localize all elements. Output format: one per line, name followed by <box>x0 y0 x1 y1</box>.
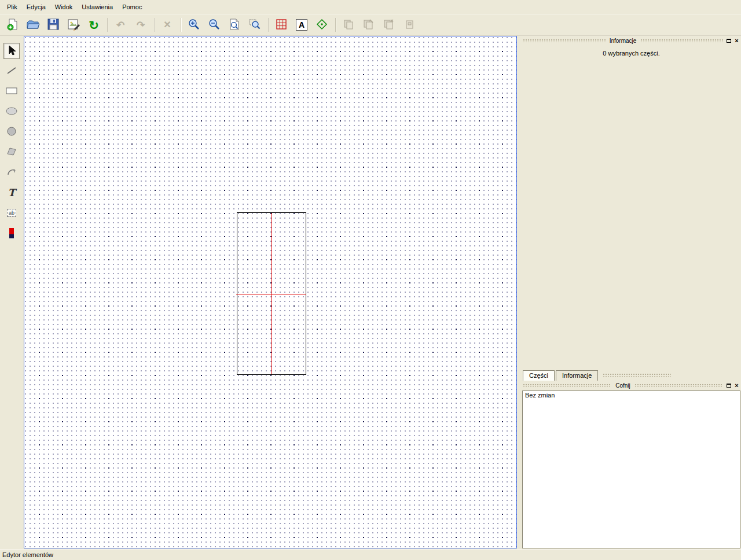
info-panel-header[interactable]: Informacje × <box>522 36 741 45</box>
zoom-in-button[interactable] <box>186 17 202 33</box>
duplicate-part-button[interactable] <box>401 17 417 33</box>
toolbar-separator <box>181 18 181 32</box>
toolbar-separator <box>154 18 155 32</box>
polygon-tool-button[interactable] <box>3 144 20 160</box>
toolbar-separator <box>335 18 336 32</box>
panel-grip <box>523 39 606 42</box>
zoom-region-button[interactable] <box>247 17 263 33</box>
drawn-rectangle[interactable] <box>237 212 306 375</box>
save-as-icon <box>67 18 80 32</box>
circle-tool-button[interactable] <box>3 124 20 140</box>
dock-buttons: × <box>725 382 740 389</box>
reload-button[interactable]: ↻ <box>86 17 102 33</box>
open-icon <box>26 18 40 32</box>
label-icon: ab <box>7 209 16 217</box>
cut-part-icon <box>362 18 375 32</box>
menu-ustawienia[interactable]: Ustawienia <box>77 2 118 12</box>
info-panel-body: 0 wybranych części. <box>522 45 741 369</box>
info-panel-title: Informacje <box>608 38 639 44</box>
dock-buttons: × <box>725 38 740 44</box>
grid-icon <box>275 18 288 32</box>
status-text: Edytor elementów <box>2 551 53 558</box>
text-tool-button[interactable]: T <box>3 185 20 201</box>
pad-icon <box>9 228 14 238</box>
ellipse-tool-button[interactable] <box>3 104 20 120</box>
menu-widok[interactable]: Widok <box>50 2 78 12</box>
close-icon: × <box>735 382 738 389</box>
float-icon <box>727 384 731 388</box>
rectangle-icon <box>5 85 18 98</box>
save-button[interactable] <box>45 17 61 33</box>
origin-icon <box>316 18 328 32</box>
menu-plik[interactable]: Plik <box>2 2 22 12</box>
menu-bar: Plik Edycja Widok Ustawienia Pomoc <box>0 0 741 14</box>
float-panel-button[interactable] <box>725 38 732 44</box>
zoom-fit-icon <box>228 18 241 32</box>
paste-part-icon <box>383 18 395 32</box>
tool-palette: T ab <box>0 36 23 550</box>
zoom-out-button[interactable] <box>206 17 222 33</box>
cut-part-button[interactable] <box>361 17 377 33</box>
main-toolbar: ↻ ↶ ↷ ✕ A <box>0 14 741 36</box>
polygon-icon <box>6 146 17 159</box>
label-tool-button[interactable]: ab <box>3 205 20 221</box>
undo-button[interactable]: ↶ <box>112 17 129 33</box>
redo-icon: ↷ <box>137 20 145 30</box>
save-as-button[interactable] <box>65 17 82 33</box>
copy-part-icon <box>342 18 355 32</box>
new-file-icon <box>6 18 19 32</box>
grid-button[interactable] <box>273 17 289 33</box>
line-icon <box>6 65 17 78</box>
undo-history-list[interactable]: Bez zmian <box>522 390 740 548</box>
delete-button[interactable]: ✕ <box>159 17 175 33</box>
right-dock: Informacje × 0 wybranych części. Części … <box>522 36 741 548</box>
toolbar-separator <box>107 18 108 32</box>
pad-tool-button[interactable] <box>3 225 20 241</box>
save-icon <box>47 18 60 32</box>
list-item[interactable]: Bez zmian <box>523 391 740 399</box>
close-icon: × <box>735 38 738 44</box>
cross-horizontal-line <box>236 294 306 294</box>
menu-edycja[interactable]: Edycja <box>22 2 50 12</box>
editor-canvas[interactable] <box>24 36 517 548</box>
paste-part-button[interactable] <box>381 17 397 33</box>
arc-icon <box>6 166 17 179</box>
close-panel-button[interactable]: × <box>733 38 740 44</box>
circle-icon <box>6 126 17 138</box>
select-tool-button[interactable] <box>3 43 20 59</box>
text-icon: A <box>296 19 307 31</box>
panel-grip <box>523 384 611 387</box>
rectangle-tool-button[interactable] <box>3 83 20 100</box>
zoom-fit-button[interactable] <box>226 17 243 33</box>
arc-tool-button[interactable] <box>3 164 20 180</box>
text-mode-button[interactable]: A <box>294 17 310 33</box>
float-icon <box>727 39 731 43</box>
zoom-in-icon <box>188 18 200 32</box>
dock-tabs: Części Informacje <box>522 369 741 381</box>
zoom-region-icon <box>248 18 261 32</box>
ellipse-icon <box>5 105 18 118</box>
open-button[interactable] <box>25 17 41 33</box>
origin-button[interactable] <box>314 17 330 33</box>
zoom-out-icon <box>208 18 221 32</box>
tab-filler <box>603 373 671 377</box>
menu-pomoc[interactable]: Pomoc <box>118 2 146 12</box>
toolbar-separator <box>268 18 269 32</box>
status-bar: Edytor elementów <box>0 549 741 560</box>
new-button[interactable] <box>5 17 21 33</box>
selection-count-text: 0 wybranych części. <box>603 50 659 57</box>
select-icon <box>6 45 17 57</box>
copy-part-button[interactable] <box>340 17 357 33</box>
tab-czesci[interactable]: Części <box>523 370 555 381</box>
undo-panel-title: Cofnij <box>614 382 632 389</box>
redo-button[interactable]: ↷ <box>133 17 149 33</box>
undo-panel-header[interactable]: Cofnij × <box>522 381 741 390</box>
delete-icon: ✕ <box>163 20 171 30</box>
close-panel-button[interactable]: × <box>733 382 740 389</box>
tab-informacje[interactable]: Informacje <box>556 370 598 381</box>
line-tool-button[interactable] <box>3 63 20 79</box>
float-panel-button[interactable] <box>725 382 732 389</box>
reload-icon: ↻ <box>89 19 99 31</box>
text-tool-icon: T <box>8 187 16 198</box>
duplicate-part-icon <box>403 18 416 32</box>
